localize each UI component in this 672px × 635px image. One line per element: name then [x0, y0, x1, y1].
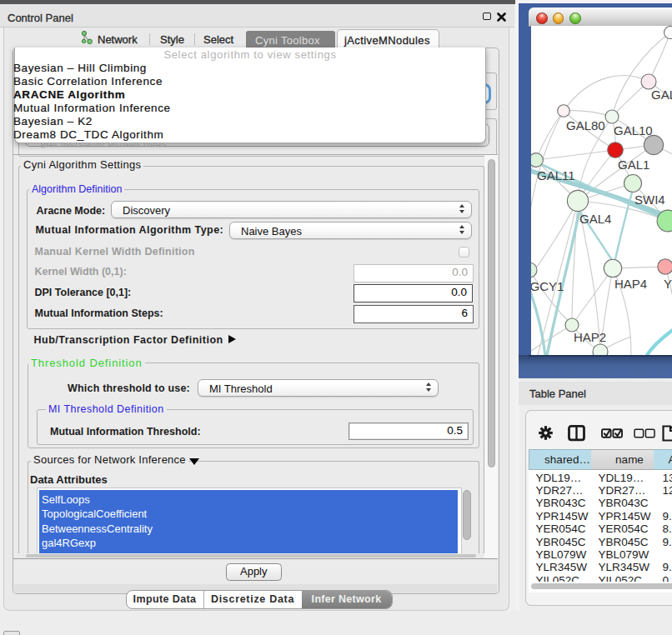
svg-text:GAL1: GAL1	[618, 158, 649, 172]
svg-text:Y: Y	[664, 277, 672, 291]
svg-text:GCY1: GCY1	[531, 279, 564, 293]
svg-text:GAL8: GAL8	[651, 88, 672, 102]
svg-text:GAL11: GAL11	[537, 168, 575, 182]
svg-text:GAL4: GAL4	[579, 212, 611, 226]
svg-text:SWI4: SWI4	[634, 192, 665, 207]
svg-text:GAL80: GAL80	[566, 118, 605, 132]
svg-text:GAL10: GAL10	[614, 123, 653, 138]
svg-text:HAP4: HAP4	[614, 277, 647, 291]
svg-text:HAP2: HAP2	[574, 330, 606, 344]
